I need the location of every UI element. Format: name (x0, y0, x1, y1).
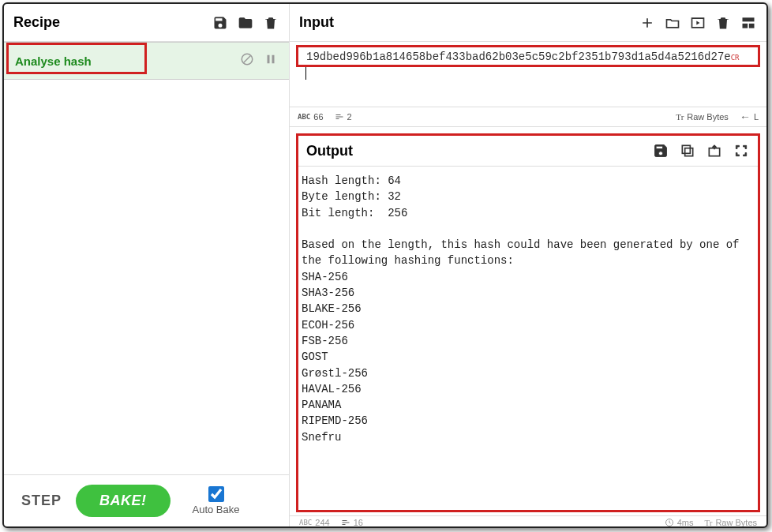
encoding-selector[interactable]: Tr Raw Bytes (676, 112, 729, 122)
clear-input-icon[interactable] (714, 14, 732, 32)
reset-layout-icon[interactable] (740, 14, 757, 32)
recipe-item-label: Analyse hash (15, 54, 92, 68)
recipe-header-icons (212, 14, 279, 32)
svg-rect-3 (272, 55, 275, 64)
save-icon[interactable] (212, 14, 229, 32)
line-count: 2 (335, 112, 352, 122)
input-text-area[interactable]: 19dbed996b1a814658bef433bad62b03e5c59c2b… (296, 45, 760, 67)
input-value: 19dbed996b1a814658bef433bad62b03e5c59c2b… (306, 51, 731, 63)
svg-line-1 (244, 56, 251, 63)
step-button[interactable]: STEP (21, 493, 62, 509)
open-folder-icon[interactable] (664, 14, 681, 32)
add-tab-icon[interactable] (639, 14, 656, 32)
maximize-icon[interactable] (733, 142, 750, 159)
right-pane: Input 19dbed996b1a81 (290, 4, 766, 526)
output-panel: Output Hash length: 64 Byte l (296, 133, 760, 512)
folder-icon[interactable] (237, 14, 254, 32)
svg-rect-2 (268, 55, 270, 64)
svg-rect-5 (743, 23, 748, 28)
trash-icon[interactable] (262, 14, 279, 32)
recipe-item-controls (240, 52, 278, 69)
autobake-checkbox[interactable] (208, 486, 224, 502)
app-window: Recipe Analyse hash (2, 2, 768, 528)
input-header-icons (639, 14, 757, 32)
input-status-left: ABC 66 2 (298, 112, 352, 122)
autobake-control: Auto Bake (193, 486, 240, 515)
output-status-left: ABC 244 16 (299, 518, 363, 526)
input-header: Input (290, 4, 766, 42)
char-count: ABC 66 (298, 112, 324, 122)
copy-output-icon[interactable] (679, 142, 696, 159)
output-status-right: 4ms Tr Raw Bytes (665, 518, 757, 526)
recipe-header: Recipe (4, 4, 289, 42)
save-output-icon[interactable] (652, 142, 669, 159)
recipe-bottom-bar: STEP BAKE! Auto Bake (4, 474, 289, 526)
input-status-bar: ABC 66 2 Tr Raw Bytes L (290, 107, 766, 127)
replace-input-icon[interactable] (706, 142, 723, 159)
svg-rect-6 (749, 23, 755, 28)
svg-rect-4 (743, 17, 755, 21)
cr-marker: CR (731, 54, 740, 62)
recipe-item-analyse-hash[interactable]: Analyse hash (4, 42, 289, 80)
bake-button[interactable]: BAKE! (76, 485, 171, 517)
output-header: Output (298, 136, 758, 166)
output-status-bar: ABC 244 16 4ms Tr Raw Bytes (290, 515, 766, 526)
input-title: Input (299, 14, 334, 31)
disable-icon[interactable] (240, 52, 254, 69)
bake-time: 4ms (665, 518, 694, 526)
input-status-right: Tr Raw Bytes L (676, 111, 759, 123)
eol-selector[interactable]: L (740, 111, 759, 123)
recipe-title: Recipe (13, 14, 60, 31)
recipe-list: Analyse hash (4, 42, 289, 474)
open-file-icon[interactable] (689, 14, 706, 32)
output-title: Output (306, 143, 353, 159)
autobake-label: Auto Bake (193, 504, 240, 515)
svg-rect-7 (685, 148, 693, 156)
output-char-count: ABC 244 (299, 518, 330, 526)
svg-rect-8 (682, 145, 690, 153)
recipe-pane: Recipe Analyse hash (4, 4, 290, 526)
output-text[interactable]: Hash length: 64 Byte length: 32 Bit leng… (298, 166, 758, 510)
text-cursor (305, 67, 306, 80)
pause-icon[interactable] (264, 52, 278, 69)
output-header-icons (652, 142, 750, 159)
output-line-count: 16 (341, 518, 363, 526)
output-encoding[interactable]: Tr Raw Bytes (704, 518, 757, 526)
